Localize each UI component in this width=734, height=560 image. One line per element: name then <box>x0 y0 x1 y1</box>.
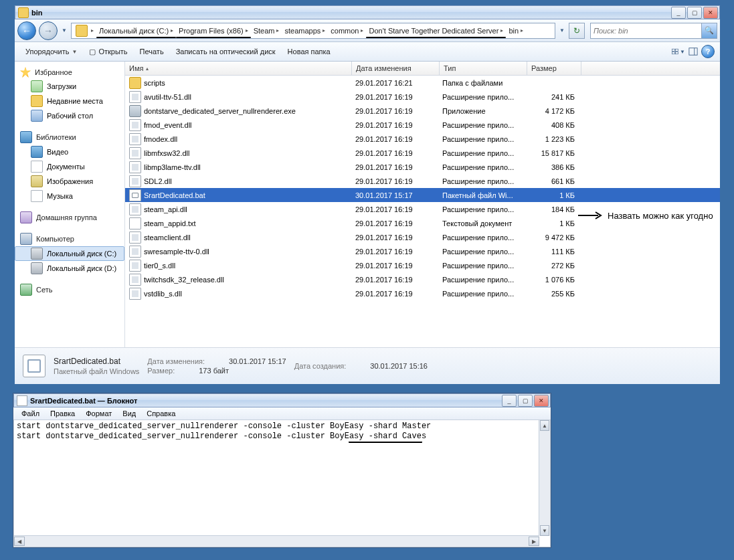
close-button[interactable]: ✕ <box>703 7 718 19</box>
maximize-button[interactable]: ▢ <box>687 7 702 19</box>
sidebar-item[interactable]: Загрузки <box>15 79 124 94</box>
file-icon <box>129 217 141 229</box>
homegroup[interactable]: Домашняя группа <box>15 210 124 225</box>
selected-filetype: Пакетный файл Windows <box>54 367 139 375</box>
annotation-text: Назвать можно как угодно <box>608 211 713 221</box>
breadcrumb[interactable]: Steam▸ <box>251 24 282 37</box>
svg-rect-0 <box>672 49 675 51</box>
libraries-group[interactable]: Библиотеки <box>15 130 124 145</box>
menu-item[interactable]: Правка <box>45 408 80 419</box>
notepad-titlebar[interactable]: SrartDedicated.bat — Блокнот _ ▢ ✕ <box>13 393 551 407</box>
file-icon <box>129 189 141 201</box>
table-row[interactable]: libmfxsw32.dll29.01.2017 16:19Расширение… <box>125 146 720 160</box>
file-icon <box>129 105 141 117</box>
table-row[interactable]: vstdlib_s.dll29.01.2017 16:19Расширение … <box>125 286 720 300</box>
print-button[interactable]: Печать <box>134 45 169 58</box>
address-bar[interactable]: ▸Локальный диск (C:)▸Program Files (x86)… <box>71 23 555 39</box>
scroll-left-icon[interactable]: ◀ <box>14 537 25 546</box>
refresh-button[interactable]: ↻ <box>569 23 585 39</box>
table-row[interactable]: tier0_s.dll29.01.2017 16:19Расширение пр… <box>125 258 720 272</box>
table-row[interactable]: SDL2.dll29.01.2017 16:19Расширение прило… <box>125 174 720 188</box>
breadcrumb[interactable]: Don't Starve Together Dedicated Server▸ <box>366 24 506 37</box>
homegroup-icon <box>20 211 32 223</box>
sidebar-item[interactable]: Локальный диск (D:) <box>15 261 124 276</box>
folder-icon <box>31 146 43 158</box>
notepad-text[interactable]: start dontstarve_dedicated_server_nullre… <box>14 420 550 443</box>
sidebar-item[interactable]: Документы <box>15 159 124 174</box>
nav-pane: Избранное ЗагрузкиНедавние местаРабочий … <box>15 62 125 347</box>
menu-item[interactable]: Формат <box>80 408 117 419</box>
notepad-window: SrartDedicated.bat — Блокнот _ ▢ ✕ ФайлП… <box>13 393 551 548</box>
table-row[interactable]: SrartDedicated.bat30.01.2017 15:17Пакетн… <box>125 188 720 202</box>
new-folder-button[interactable]: Новая папка <box>282 45 336 58</box>
search-input[interactable] <box>591 27 701 35</box>
table-row[interactable]: avutil-ttv-51.dll29.01.2017 16:19Расшире… <box>125 90 720 104</box>
preview-pane-button[interactable] <box>686 45 700 58</box>
breadcrumb[interactable]: ▸ <box>73 24 96 37</box>
open-button[interactable]: ▢Открыть <box>84 45 132 58</box>
svg-rect-1 <box>676 49 678 51</box>
breadcrumb[interactable]: common▸ <box>328 24 366 37</box>
view-menu[interactable]: ▼ <box>672 45 685 58</box>
table-row[interactable]: swresample-ttv-0.dll29.01.2017 16:19Расш… <box>125 244 720 258</box>
table-row[interactable]: fmod_event.dll29.01.2017 16:19Расширение… <box>125 118 720 132</box>
network-group[interactable]: Сеть <box>15 282 124 297</box>
menu-item[interactable]: Справка <box>141 408 181 419</box>
breadcrumb[interactable]: Локальный диск (C:)▸ <box>96 24 176 37</box>
address-dropdown[interactable]: ▼ <box>558 22 566 39</box>
annotation-underline <box>349 440 422 443</box>
table-row[interactable]: libmp3lame-ttv.dll29.01.2017 16:19Расшир… <box>125 160 720 174</box>
file-icon <box>129 274 141 286</box>
minimize-button[interactable]: _ <box>671 7 686 19</box>
sidebar-item[interactable]: Музыка <box>15 189 124 203</box>
command-toolbar: Упорядочить▼ ▢Открыть Печать Записать на… <box>15 42 720 62</box>
annotation: Назвать можно как угодно <box>577 209 713 221</box>
col-name[interactable]: Имя▴ <box>125 62 352 75</box>
scrollbar-horizontal[interactable]: ◀ ▶ <box>14 535 539 547</box>
computer-group[interactable]: Компьютер <box>15 231 124 246</box>
details-pane: SrartDedicated.bat Пакетный файл Windows… <box>15 347 720 384</box>
table-row[interactable]: steamclient.dll29.01.2017 16:19Расширени… <box>125 230 720 244</box>
burn-button[interactable]: Записать на оптический диск <box>171 45 281 58</box>
folder-icon <box>31 262 43 274</box>
back-button[interactable]: ← <box>17 21 36 40</box>
col-type[interactable]: Тип <box>440 62 527 75</box>
col-size[interactable]: Размер <box>527 62 581 75</box>
scroll-up-icon[interactable]: ▲ <box>540 420 549 431</box>
sidebar-item[interactable]: Видео <box>15 145 124 159</box>
np-minimize-button[interactable]: _ <box>502 395 517 407</box>
col-date[interactable]: Дата изменения <box>352 62 440 75</box>
sidebar-item[interactable]: Недавние места <box>15 94 124 108</box>
organize-menu[interactable]: Упорядочить▼ <box>20 45 82 58</box>
folder-icon <box>31 80 43 92</box>
favorites-group[interactable]: Избранное <box>15 66 124 79</box>
table-row[interactable]: dontstarve_dedicated_server_nullrenderer… <box>125 104 720 118</box>
table-row[interactable]: fmodex.dll29.01.2017 16:19Расширение при… <box>125 132 720 146</box>
breadcrumb[interactable]: steamapps▸ <box>282 24 328 37</box>
column-headers: Имя▴ Дата изменения Тип Размер <box>125 62 720 76</box>
sidebar-item[interactable]: Рабочий стол <box>15 108 124 123</box>
nav-history-dropdown[interactable]: ▼ <box>60 22 68 39</box>
menu-item[interactable]: Вид <box>117 408 141 419</box>
help-button[interactable]: ? <box>701 45 715 58</box>
search-go-button[interactable]: 🔍 <box>701 23 717 38</box>
forward-button[interactable]: → <box>39 21 58 40</box>
table-row[interactable]: twitchsdk_32_release.dll29.01.2017 16:19… <box>125 272 720 286</box>
scroll-right-icon[interactable]: ▶ <box>529 537 539 546</box>
scrollbar-vertical[interactable]: ▲ ▼ <box>539 420 550 536</box>
sidebar-item[interactable]: Локальный диск (C:) <box>15 246 124 261</box>
menu-item[interactable]: Файл <box>16 408 45 419</box>
search-box[interactable]: 🔍 <box>590 23 717 39</box>
breadcrumb[interactable]: Program Files (x86)▸ <box>176 24 251 37</box>
np-maximize-button[interactable]: ▢ <box>518 395 533 407</box>
folder-icon <box>31 175 43 187</box>
sidebar-item[interactable]: Изображения <box>15 174 124 189</box>
breadcrumb[interactable]: bin▸ <box>506 24 526 37</box>
folder-icon <box>31 248 43 260</box>
table-row[interactable]: scripts29.01.2017 16:21Папка с файлами <box>125 76 720 90</box>
file-type-icon <box>23 355 45 377</box>
titlebar[interactable]: bin _ ▢ ✕ <box>15 5 720 19</box>
np-close-button[interactable]: ✕ <box>534 395 549 407</box>
scroll-down-icon[interactable]: ▼ <box>540 525 549 536</box>
notepad-editor[interactable]: start dontstarve_dedicated_server_nullre… <box>13 420 551 547</box>
